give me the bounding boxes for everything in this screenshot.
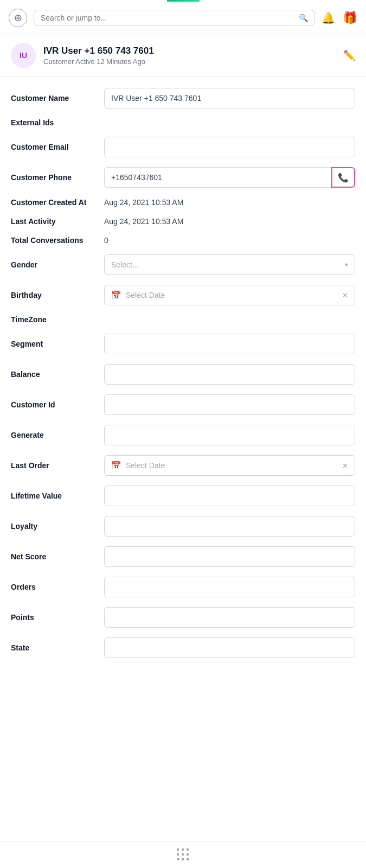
nav-icons: 🔔 🎁: [322, 11, 357, 25]
field-net-score: Net Score: [11, 546, 355, 567]
input-customer-email[interactable]: [104, 137, 355, 157]
value-last-activity: Aug 24, 2021 10:53 AM: [104, 216, 183, 226]
input-state[interactable]: [104, 637, 355, 658]
label-external-ids: External Ids: [11, 118, 98, 127]
label-customer-id: Customer Id: [11, 400, 98, 409]
label-customer-name: Customer Name: [11, 94, 98, 103]
field-timezone: TimeZone: [11, 315, 355, 324]
field-total-conversations: Total Conversations 0: [11, 235, 355, 245]
field-last-activity: Last Activity Aug 24, 2021 10:53 AM: [11, 216, 355, 226]
field-segment: Segment: [11, 334, 355, 354]
label-points: Points: [11, 613, 98, 622]
label-net-score: Net Score: [11, 552, 98, 561]
grid-dots-icon: [177, 848, 190, 861]
label-total-conversations: Total Conversations: [11, 236, 98, 245]
field-gender: Gender Select... ▾: [11, 254, 355, 275]
field-lifetime-value: Lifetime Value: [11, 486, 355, 506]
field-generate: Generate: [11, 425, 355, 445]
field-points: Points: [11, 607, 355, 628]
search-input[interactable]: [41, 14, 294, 22]
gift-icon[interactable]: 🎁: [343, 11, 357, 25]
input-customer-phone[interactable]: [104, 167, 331, 188]
form-container: Customer Name External Ids Customer Emai…: [0, 77, 366, 711]
phone-call-button[interactable]: 📞: [331, 167, 355, 188]
label-timezone: TimeZone: [11, 315, 98, 324]
value-customer-created-at: Aug 24, 2021 10:53 AM: [104, 197, 183, 207]
avatar: IU: [11, 43, 36, 68]
phone-row: 📞: [104, 167, 355, 188]
field-customer-id: Customer Id: [11, 394, 355, 415]
customer-status: Customer Active 12 Minutes Ago: [43, 58, 336, 66]
select-gender[interactable]: Select... ▾: [104, 254, 355, 275]
input-segment[interactable]: [104, 334, 355, 354]
customer-info: IVR User +1 650 743 7601 Customer Active…: [43, 46, 336, 66]
date-picker-birthday-placeholder: Select Date: [126, 291, 338, 299]
calendar-icon: 📅: [111, 290, 121, 300]
value-total-conversations: 0: [104, 235, 108, 245]
field-state: State: [11, 637, 355, 658]
customer-header: IU IVR User +1 650 743 7601 Customer Act…: [0, 34, 366, 77]
field-balance: Balance: [11, 364, 355, 385]
top-nav: ⊕ 🔍 🔔 🎁: [0, 2, 366, 34]
input-loyalty[interactable]: [104, 516, 355, 537]
label-customer-created-at: Customer Created At: [11, 198, 98, 207]
label-segment: Segment: [11, 340, 98, 348]
label-gender: Gender: [11, 260, 98, 269]
input-orders[interactable]: [104, 577, 355, 597]
add-button[interactable]: ⊕: [9, 9, 27, 27]
field-last-order: Last Order 📅 Select Date ✕: [11, 455, 355, 476]
search-bar[interactable]: 🔍: [34, 10, 315, 26]
input-customer-name[interactable]: [104, 88, 355, 108]
field-orders: Orders: [11, 577, 355, 597]
chevron-down-icon: ▾: [345, 261, 348, 269]
label-customer-email: Customer Email: [11, 143, 98, 151]
clear-date-last-order-icon[interactable]: ✕: [342, 462, 348, 470]
input-points[interactable]: [104, 607, 355, 628]
input-balance[interactable]: [104, 364, 355, 385]
label-last-order: Last Order: [11, 461, 98, 470]
label-state: State: [11, 643, 98, 652]
search-icon: 🔍: [299, 14, 308, 22]
label-last-activity: Last Activity: [11, 217, 98, 226]
customer-name-header: IVR User +1 650 743 7601: [43, 46, 336, 56]
edit-icon[interactable]: ✏️: [343, 49, 355, 61]
label-loyalty: Loyalty: [11, 522, 98, 531]
label-generate: Generate: [11, 431, 98, 439]
input-customer-id[interactable]: [104, 394, 355, 415]
bell-icon[interactable]: 🔔: [322, 11, 335, 24]
calendar-icon-last-order: 📅: [111, 461, 121, 470]
date-picker-last-order-placeholder: Select Date: [126, 461, 338, 470]
input-lifetime-value[interactable]: [104, 486, 355, 506]
phone-icon: 📞: [338, 173, 349, 183]
label-orders: Orders: [11, 583, 98, 591]
input-net-score[interactable]: [104, 546, 355, 567]
bottom-bar: [0, 841, 366, 868]
field-customer-phone: Customer Phone 📞: [11, 167, 355, 188]
field-loyalty: Loyalty: [11, 516, 355, 537]
label-birthday: Birthday: [11, 291, 98, 299]
label-balance: Balance: [11, 370, 98, 379]
field-external-ids: External Ids: [11, 118, 355, 127]
field-customer-email: Customer Email: [11, 137, 355, 157]
select-gender-placeholder: Select...: [111, 260, 139, 269]
input-generate[interactable]: [104, 425, 355, 445]
clear-date-birthday-icon[interactable]: ✕: [342, 291, 348, 299]
field-birthday: Birthday 📅 Select Date ✕: [11, 285, 355, 305]
date-picker-last-order[interactable]: 📅 Select Date ✕: [104, 455, 355, 476]
date-picker-birthday[interactable]: 📅 Select Date ✕: [104, 285, 355, 305]
label-lifetime-value: Lifetime Value: [11, 492, 98, 500]
label-customer-phone: Customer Phone: [11, 173, 98, 182]
field-customer-name: Customer Name: [11, 88, 355, 108]
plus-icon: ⊕: [14, 12, 22, 24]
field-customer-created-at: Customer Created At Aug 24, 2021 10:53 A…: [11, 197, 355, 207]
